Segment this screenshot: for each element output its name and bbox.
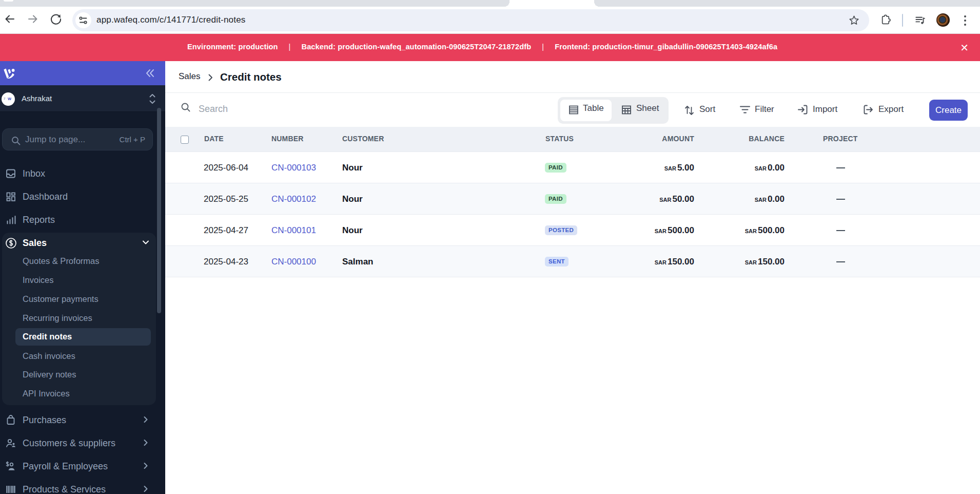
svg-text:لا: لا [4, 97, 5, 100]
svg-text:W: W [8, 97, 11, 101]
